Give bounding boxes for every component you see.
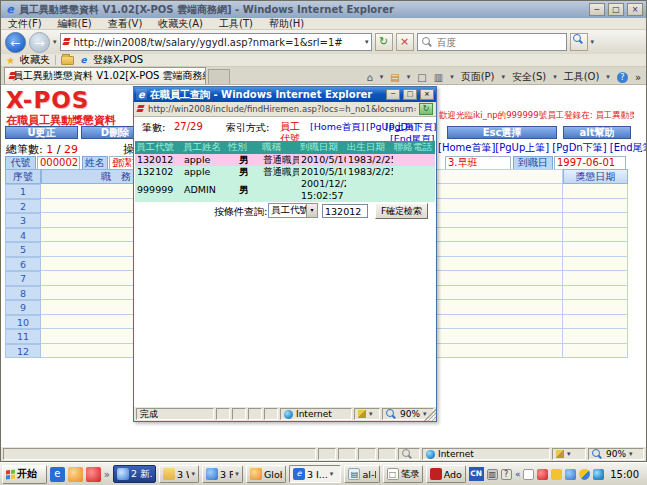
favorites-folder-icon[interactable] (61, 56, 74, 65)
row-number[interactable]: 5 (5, 242, 41, 257)
tray-doc-icon[interactable] (523, 469, 534, 480)
task-button[interactable]: 3 R... ▾ (202, 465, 243, 483)
confirm-search-button[interactable]: F確定檢索 (375, 203, 428, 219)
back-button[interactable]: ← (5, 32, 26, 53)
task-button[interactable]: 3 W... ▾ (159, 465, 199, 483)
favorites-button[interactable]: 收藏夹 (20, 53, 50, 67)
maximize-button[interactable]: □ (608, 3, 624, 16)
quicklaunch-overflow-icon[interactable]: » (104, 469, 110, 480)
main-titlebar[interactable]: e 員工異動獎懲資料 V1.02[X-POS 雲端商務網] - Windows … (1, 1, 646, 18)
popup-go-icon[interactable]: ↻ (419, 103, 433, 115)
query-field-select[interactable]: 員工代號 ▾ (268, 203, 318, 218)
address-input[interactable] (74, 37, 362, 48)
record-nav-links[interactable]: [Home首筆][PgUp上筆] [PgDn下筆] [End尾筆] (438, 141, 646, 155)
employee-row-selected[interactable]: 132012 apple 男 普通職員 2010/5/10 1983/2/25 (135, 154, 435, 166)
search-go-button[interactable] (570, 33, 588, 51)
tray-update-icon[interactable] (565, 469, 576, 480)
select-dropdown-icon[interactable]: ▾ (306, 204, 317, 217)
home-icon[interactable]: ⌂ (366, 72, 372, 83)
new-tab-button[interactable] (208, 69, 230, 84)
safety-menu[interactable]: 安全(S) (512, 70, 546, 84)
task-button-current[interactable]: e 3 I... ▾ (289, 465, 342, 483)
clock[interactable]: 15:00 (607, 469, 642, 480)
stop-button[interactable]: × (396, 33, 414, 51)
close-button[interactable]: × (627, 3, 643, 16)
zoom-pane[interactable]: 90% ▾ (588, 448, 644, 460)
quicklaunch-ie-icon[interactable]: e (50, 467, 65, 482)
printer-tray-icon[interactable]: ▥ (487, 469, 498, 480)
menu-edit[interactable]: 編輯(E) (58, 17, 92, 31)
tray-shield-icon[interactable] (579, 469, 590, 480)
history-dropdown-icon[interactable]: ▾ (53, 38, 57, 46)
row-number[interactable]: 12 (5, 344, 41, 359)
refresh-button[interactable]: ↻ (375, 33, 393, 51)
popup-minimize-button[interactable]: ─ (386, 89, 400, 100)
alt-help-button[interactable]: alt幫助 (563, 126, 631, 139)
browser-tab[interactable]: 員工異動獎懲資料 V1.02[X-POS 雲端商務網] (4, 67, 206, 84)
update-button[interactable]: U更正 (5, 126, 78, 139)
language-indicator[interactable]: CN (469, 467, 484, 481)
menu-help[interactable]: 帮助(H) (269, 17, 304, 31)
row-number[interactable]: 11 (5, 329, 41, 344)
row-number[interactable]: 1 (5, 184, 41, 199)
shift-field[interactable]: 3.早班 (445, 156, 511, 170)
menu-tools[interactable]: 工具(T) (219, 17, 253, 31)
task-button[interactable]: 2 新... (113, 465, 156, 483)
menu-file[interactable]: 文件(F) (8, 17, 42, 31)
toolbar-overflow-icon[interactable]: » (635, 72, 641, 83)
quicklaunch-qq-icon[interactable] (68, 467, 83, 482)
feeds-icon[interactable]: ▤ (390, 72, 399, 83)
read-mail-icon[interactable]: □ (417, 72, 426, 83)
page-dropdown-icon[interactable]: ▾ (501, 73, 505, 81)
employee-row[interactable]: 132102 apple 男 普通職員 2010/5/10 1983/2/25 (135, 166, 435, 178)
forward-button[interactable]: → (29, 32, 50, 53)
task-button[interactable]: ▤ al-L... (344, 465, 379, 483)
start-button[interactable]: 开始 (2, 465, 47, 484)
popup-flag-dropdown-icon[interactable]: ▾ (369, 410, 373, 418)
tools-dropdown-icon[interactable]: ▾ (606, 73, 610, 81)
address-bar[interactable]: ▾ (60, 33, 372, 51)
popup-maximize-button[interactable]: □ (403, 89, 417, 100)
code-field[interactable]: 000002 (37, 156, 80, 170)
search-box[interactable] (417, 33, 567, 51)
row-number[interactable]: 7 (5, 271, 41, 286)
print-icon[interactable]: ▥ (434, 72, 443, 83)
task-button[interactable]: Glob... (246, 465, 286, 483)
row-number[interactable]: 6 (5, 257, 41, 272)
search-options-icon[interactable]: ▾ (591, 38, 595, 46)
print-dropdown-icon[interactable]: ▾ (450, 73, 454, 81)
quicklaunch-messenger-icon[interactable] (86, 467, 101, 482)
row-number[interactable]: 3 (5, 213, 41, 228)
nav-home-link[interactable]: [Home首頁] (310, 121, 364, 134)
menu-view[interactable]: 查看(V) (108, 17, 143, 31)
resize-grip[interactable] (424, 409, 436, 421)
search-input[interactable] (437, 37, 562, 48)
tray-qq-icon[interactable] (537, 469, 548, 480)
safety-dropdown-icon[interactable]: ▾ (553, 73, 557, 81)
feeds-dropdown-icon[interactable]: ▾ (407, 73, 411, 81)
popup-titlebar[interactable]: e 在職員工查詢 - Windows Internet Explorer ─ □… (134, 87, 436, 102)
help-tray-icon[interactable]: ? (501, 469, 512, 480)
protected-mode-pane[interactable]: ▾ (552, 448, 586, 460)
query-value-input[interactable] (322, 204, 368, 218)
tools-menu[interactable]: 工具(O) (564, 70, 600, 84)
page-menu[interactable]: 页面(P) (461, 70, 495, 84)
row-number[interactable]: 4 (5, 228, 41, 243)
help-icon[interactable]: ? (617, 72, 628, 83)
flag-dropdown-icon[interactable]: ▾ (567, 450, 571, 458)
menu-favorites[interactable]: 收藏夹(A) (158, 17, 203, 31)
tray-star-icon[interactable] (551, 469, 562, 480)
tray-network-icon[interactable] (593, 469, 604, 480)
minimize-button[interactable]: ─ (589, 3, 605, 16)
row-number[interactable]: 10 (5, 315, 41, 330)
row-number[interactable]: 8 (5, 286, 41, 301)
tray-expand-icon[interactable]: » (515, 469, 521, 479)
task-button[interactable]: □ 笔录... (383, 465, 423, 483)
popup-protected-pane[interactable]: ▾ (354, 408, 380, 420)
row-number[interactable]: 2 (5, 199, 41, 214)
zoom-dropdown-icon[interactable]: ▾ (629, 450, 633, 458)
favorites-link[interactable]: 登錄X-POS (93, 53, 143, 67)
popup-close-button[interactable]: × (420, 89, 434, 100)
task-button[interactable]: Adob... (426, 465, 466, 483)
hire-date-field[interactable]: 1997-06-01 (554, 156, 626, 170)
